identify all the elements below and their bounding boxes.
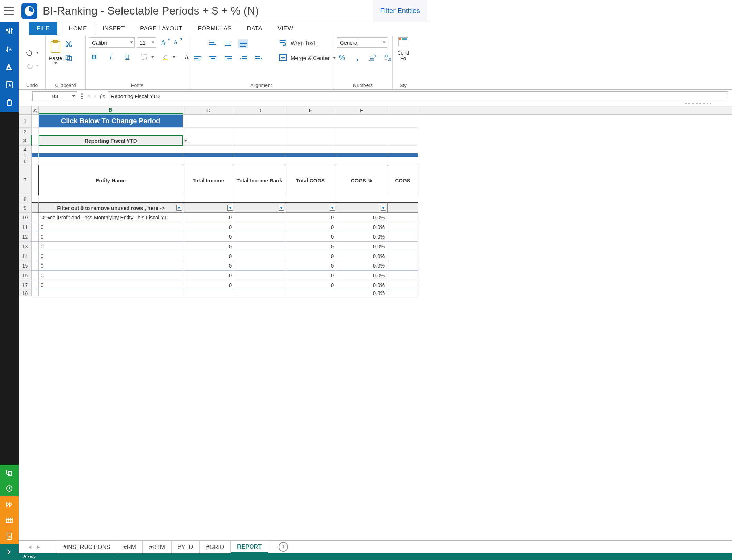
document-title: BI-Ranking - Selectable Periods + $ + % … bbox=[43, 4, 373, 17]
filter-entities-link[interactable]: Filter Entities bbox=[373, 0, 427, 22]
menu-icon[interactable] bbox=[4, 7, 14, 15]
app-logo bbox=[21, 3, 37, 19]
